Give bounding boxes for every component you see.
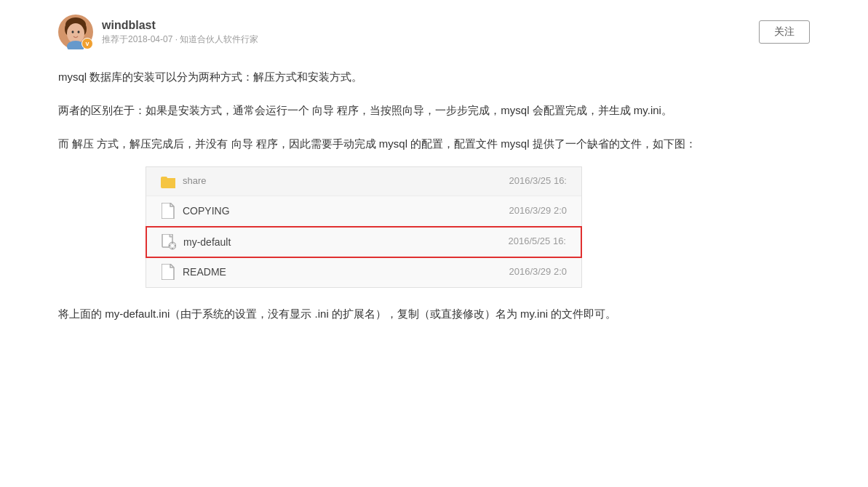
author-left: v windblast 推荐于2018-04-07 · 知道合伙人软件行家 xyxy=(58,15,258,49)
folder-icon xyxy=(161,173,175,190)
svg-point-5 xyxy=(72,31,74,33)
svg-marker-10 xyxy=(162,203,174,219)
svg-rect-17 xyxy=(169,245,170,246)
page-container: v windblast 推荐于2018-04-07 · 知道合伙人软件行家 关注… xyxy=(0,0,868,366)
file-row: README2016/3/29 2:0 xyxy=(146,257,581,287)
paragraph-3: 而 解压 方式，解压完成后，并没有 向导 程序，因此需要手动完成 mysql 的… xyxy=(58,134,810,154)
author-name: windblast xyxy=(102,19,258,32)
content-section: mysql 数据库的安装可以分为两种方式：解压方式和安装方式。 两者的区别在于：… xyxy=(58,67,810,323)
file-explorer: share2016/3/25 16: COPYING2016/3/29 2:0 … xyxy=(146,166,582,287)
svg-rect-16 xyxy=(172,248,173,249)
follow-button[interactable]: 关注 xyxy=(759,20,810,44)
author-info: windblast 推荐于2018-04-07 · 知道合伙人软件行家 xyxy=(102,19,258,46)
file-date: 2016/3/25 16: xyxy=(479,172,567,190)
folder-svg xyxy=(161,175,175,188)
doc-svg xyxy=(162,203,175,219)
svg-point-6 xyxy=(78,31,80,33)
svg-marker-19 xyxy=(162,264,174,280)
file-name: COPYING xyxy=(183,201,479,221)
doc-svg xyxy=(162,264,175,280)
svg-rect-9 xyxy=(161,177,167,180)
vip-badge: v xyxy=(81,38,93,49)
paragraph-2: 两者的区别在于：如果是安装方式，通常会运行一个 向导 程序，当按照向导，一步步完… xyxy=(58,100,810,121)
file-date: 2016/5/25 16: xyxy=(479,233,566,251)
file-name: README xyxy=(183,262,479,282)
file-row: share2016/3/25 16: xyxy=(146,167,581,196)
svg-rect-15 xyxy=(172,242,173,244)
paragraph-4: 将上面的 my-default.ini（由于系统的设置，没有显示 .ini 的扩… xyxy=(58,304,810,324)
file-name: my-default xyxy=(183,233,479,252)
file-row: my-default2016/5/25 16: xyxy=(146,226,582,259)
gear-doc-svg xyxy=(162,234,176,250)
gear-icon xyxy=(162,233,176,251)
paragraph-1: mysql 数据库的安装可以分为两种方式：解压方式和安装方式。 xyxy=(58,67,810,87)
doc-icon xyxy=(161,202,175,220)
doc-icon xyxy=(161,263,175,281)
svg-point-14 xyxy=(171,244,174,247)
file-name: share xyxy=(183,172,479,190)
svg-rect-18 xyxy=(175,245,176,246)
author-section: v windblast 推荐于2018-04-07 · 知道合伙人软件行家 关注 xyxy=(58,15,810,49)
avatar-wrapper: v xyxy=(58,15,93,49)
file-date: 2016/3/29 2:0 xyxy=(479,263,567,281)
author-meta: 推荐于2018-04-07 · 知道合伙人软件行家 xyxy=(102,33,258,46)
file-row: COPYING2016/3/29 2:0 xyxy=(146,196,581,227)
file-date: 2016/3/29 2:0 xyxy=(479,202,567,220)
